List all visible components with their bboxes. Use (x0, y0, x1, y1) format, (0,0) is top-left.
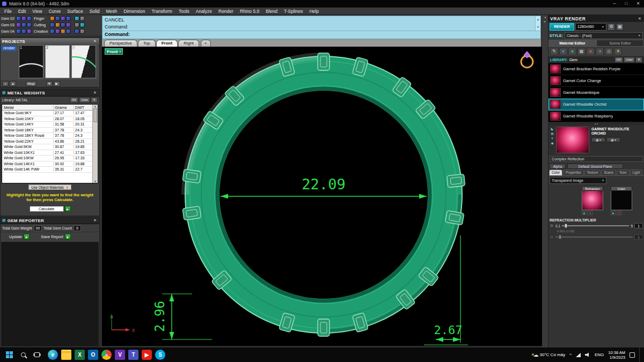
sphere-red-icon[interactable]: ● (587, 48, 595, 55)
slider-icon[interactable] (550, 224, 554, 228)
creation-tool-icon[interactable] (55, 29, 60, 34)
scroll-up-icon[interactable]: ▲ (536, 16, 540, 23)
side-tool-icon[interactable] (75, 29, 79, 34)
close-icon[interactable]: ✕ (92, 91, 98, 95)
table-row[interactable]: White Gold:14KX1 30.92 19.88 (2, 161, 98, 167)
menu-item[interactable]: Transform (148, 8, 175, 15)
command-prompt[interactable]: Command: (103, 31, 540, 38)
material-list-item[interactable]: Garnet Rhodolite Orchid (548, 99, 644, 110)
close-button[interactable]: ✕ (632, 0, 644, 8)
gem-tool-icon[interactable] (21, 23, 26, 27)
chrome-icon[interactable]: ● (101, 350, 112, 360)
task-view-button[interactable] (30, 348, 44, 362)
view-tab[interactable]: Perspective (104, 40, 137, 47)
table-row[interactable]: White Gold:10KW 26.95 17.33 (2, 156, 98, 161)
cutting-tool-icon[interactable] (50, 23, 55, 27)
table-row[interactable]: Yellow Gold:10KY 28.07 18.05 (2, 116, 98, 122)
creation-tool-icon[interactable] (66, 29, 71, 34)
swatch-remove-icon[interactable]: ✕ (588, 211, 592, 215)
table-row[interactable]: Yellow Gold:9KY 27.17 17.47 (2, 110, 98, 116)
view-tab[interactable]: Right (178, 40, 199, 47)
menu-item[interactable]: View (29, 8, 45, 15)
material-preview-image[interactable] (556, 127, 589, 153)
side-tool-icon[interactable] (75, 16, 79, 21)
new-viewport-tab[interactable]: + (201, 40, 211, 47)
project-item-render[interactable]: render (2, 46, 17, 51)
start-button[interactable] (2, 348, 16, 362)
library-button[interactable]: User (79, 97, 90, 103)
slider-thumb[interactable] (565, 224, 567, 228)
library-button[interactable]: ✕ (91, 97, 98, 103)
preview-option-box[interactable]: ▦ ▾ (606, 137, 620, 142)
project-thumbnail[interactable]: 3 (71, 45, 96, 78)
gem-tool-icon[interactable] (16, 16, 21, 21)
viewport-view-dropdown[interactable]: Front ▾ (105, 48, 123, 55)
resolution-dropdown[interactable]: 1280x960 ▼ (575, 23, 606, 31)
edit-material-icon[interactable]: ✎ (550, 48, 558, 55)
clock[interactable]: 10:36 AM 1/9/2023 (608, 350, 625, 360)
project-thumbnail[interactable]: 2 (45, 45, 70, 78)
outlook-icon[interactable]: O (88, 350, 98, 360)
creation-tool-icon[interactable] (50, 29, 55, 34)
projects-footer-button[interactable]: Mngr (26, 81, 36, 86)
swatch-add-icon[interactable]: ◆ (582, 211, 587, 215)
maximize-button[interactable]: □ (620, 0, 632, 8)
menu-item[interactable]: Surface (64, 8, 86, 15)
save-report-button[interactable]: ▶ (65, 234, 71, 240)
tab-scene-editor[interactable]: Scene Editor (596, 40, 644, 47)
view-tab[interactable]: Top (138, 40, 156, 47)
menu-item[interactable]: Help (306, 8, 321, 15)
checker-icon[interactable]: ▦ (577, 48, 586, 55)
menu-item[interactable]: File (1, 8, 15, 15)
finger-tool-icon[interactable] (61, 16, 65, 21)
panel-collapse-strip[interactable]: ◄► (542, 15, 548, 348)
edge-icon[interactable]: e (48, 350, 58, 360)
swatch-add-icon[interactable]: ◆ (611, 211, 616, 215)
menu-item[interactable]: Blend (262, 8, 281, 15)
creation-tool-icon[interactable] (61, 29, 65, 34)
render-settings-icon[interactable]: ⚙ (608, 23, 615, 31)
ring-view-icon[interactable] (521, 51, 533, 68)
use-object-materials-button[interactable]: Use Object Materials ✕ (28, 184, 71, 190)
hidden-icons-button[interactable]: ^ (569, 352, 572, 357)
teams-icon[interactable]: T (128, 350, 138, 360)
command-history[interactable]: CANCEL Command: ▲ ▼ (103, 16, 540, 31)
transparent-image-dropdown[interactable]: Transparent Image ▼ (550, 177, 606, 184)
table-row[interactable]: White Gold:14K PdW 35.31 22.7 (2, 167, 98, 173)
property-tab[interactable]: Toon (617, 169, 630, 175)
scroll-up-icon[interactable]: ▲ (93, 105, 98, 108)
projects-footer-button[interactable]: ▲ (10, 81, 16, 86)
projects-footer-button[interactable]: ▶ (54, 81, 60, 86)
style-dropdown[interactable]: Classic - (Fast) ▼ (565, 32, 643, 39)
finger-tool-icon[interactable] (50, 16, 55, 21)
viewport-canvas[interactable]: 22.09 2.96 2.67 x (102, 47, 542, 346)
preview-tool-icon[interactable]: ▤ (550, 131, 555, 135)
ground-plane-button[interactable]: Default Ground Plane (567, 164, 623, 169)
gem-tool-icon[interactable] (27, 16, 32, 21)
table-row[interactable]: Yellow Gold:18KY 37.78 24.3 (2, 128, 98, 134)
sphere-teal-icon[interactable]: ● (568, 48, 576, 55)
projects-footer-button[interactable]: + (2, 81, 9, 86)
file-explorer-icon[interactable] (61, 350, 71, 360)
notification-center-icon[interactable] (630, 352, 635, 358)
secondary-slider-value[interactable]: 1 (634, 234, 643, 240)
side-tool-icon[interactable] (80, 23, 85, 27)
skype-icon[interactable]: S (155, 350, 165, 360)
menu-item[interactable]: Curve (46, 8, 64, 15)
app-purple-icon[interactable]: V (115, 350, 125, 360)
calculate-button[interactable]: Calculate (30, 206, 64, 212)
table-row[interactable]: Yellow Gold:22KY 43.86 28.21 (2, 139, 98, 145)
sphere-gray-icon[interactable]: ◎ (605, 48, 613, 55)
property-tab[interactable]: Scans (601, 169, 616, 175)
menu-item[interactable]: T-Splines (281, 8, 306, 15)
refraction-multiplier-value[interactable]: 1 (634, 223, 643, 228)
close-icon[interactable]: ✕ (637, 17, 642, 21)
gem-tool-icon[interactable] (16, 29, 21, 34)
preview-tool-icon[interactable]: ◆ (550, 141, 555, 145)
refraction-multiplier-slider[interactable] (562, 225, 629, 226)
gem-tool-icon[interactable] (21, 16, 26, 21)
refraction-swatch-color[interactable] (582, 191, 603, 210)
secondary-slider[interactable] (555, 237, 633, 238)
preview-tool-icon[interactable]: ✦ (550, 136, 555, 140)
table-row[interactable]: Yellow Gold:14KY 31.58 20.31 (2, 122, 98, 128)
